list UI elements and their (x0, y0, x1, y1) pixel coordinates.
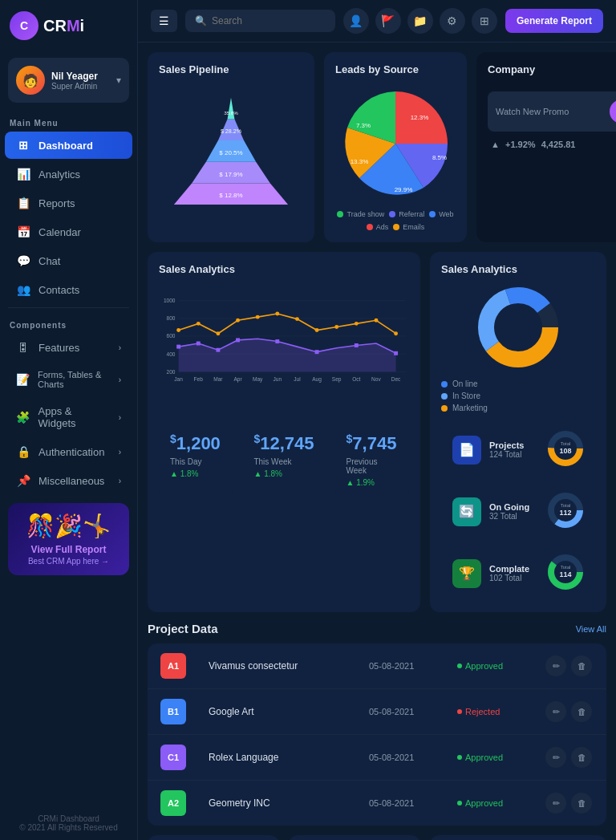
pipeline-layer-1 (228, 98, 235, 120)
sidebar-item-calendar[interactable]: 📅 Calendar (5, 218, 132, 246)
analytics-legend: On line In Store Marketing (441, 379, 595, 412)
complete-donut: Total 114 (547, 554, 584, 593)
forms-icon: 📝 (16, 373, 30, 386)
table-row: C1 Rolex Language 05-08-2021 Approved ✏ … (148, 735, 606, 781)
menu-button[interactable]: ☰ (151, 10, 177, 32)
pie-label-3: 29.9% (395, 186, 413, 193)
grid-icon[interactable]: ⊞ (472, 8, 497, 34)
analytics-row: Sales Analytics 1000 800 600 400 (148, 252, 606, 612)
chat-icon: 💬 (16, 254, 30, 267)
project-status-1: Approved (457, 661, 537, 671)
chart-square-dot (275, 339, 279, 343)
sidebar-item-features[interactable]: 🎛 Features › (5, 334, 132, 361)
dashboard-icon: ⊞ (16, 139, 30, 152)
tradeshow-dot (337, 211, 343, 217)
sales-analytics-card: Sales Analytics 1000 800 600 400 (148, 252, 420, 612)
stat-amount-3: $7,745 (346, 432, 398, 454)
search-input[interactable] (212, 15, 326, 26)
complete-donut-svg: Total 114 (547, 554, 584, 590)
delete-button[interactable]: 🗑 (571, 747, 592, 768)
sidebar-item-label: Features (38, 342, 79, 354)
chevron-right-icon: › (119, 375, 121, 384)
sidebar-banner[interactable]: 🎊🎉🤸 View Full Report Best CRM App here → (8, 503, 129, 575)
project-date-4: 05-08-2021 (369, 798, 449, 808)
mini-stats-container: 📄 Projects 124 Total Total 108 (441, 422, 595, 601)
y-label: 200 (167, 369, 176, 375)
sidebar-item-auth[interactable]: 🔒 Authentication › (5, 438, 132, 465)
chart-square-dot (394, 351, 398, 355)
right-analytics-card: Sales Analytics On line (430, 252, 606, 612)
sidebar-item-label: Authentication (38, 446, 104, 458)
footer-brand: CRMi Dashboard (8, 814, 129, 823)
components-label: Components (0, 311, 137, 333)
user-role: Super Admin (51, 82, 98, 91)
x-label: Sep (332, 376, 342, 383)
sidebar-footer: CRMi Dashboard © 2021 All Rights Reserve… (0, 806, 137, 840)
legend-instore: In Store (441, 392, 595, 400)
generate-report-button[interactable]: Generate Report (505, 9, 603, 33)
banner-image: 🎊🎉🤸 (18, 513, 120, 539)
stat-thisday: $1,200 This Day ▲ 1.8% (159, 421, 233, 498)
sidebar-item-reports[interactable]: 📋 Reports (5, 189, 132, 217)
gear-icon[interactable]: ⚙ (440, 8, 465, 34)
delete-button[interactable]: 🗑 (571, 701, 592, 722)
sales-pipeline-card: Sales Pipeline $ 12.8% $ 17.9% $ 20.5% $… (148, 52, 314, 242)
chart-dot (374, 319, 378, 323)
view-all-button[interactable]: View All (576, 624, 606, 634)
project-name-4: Geometry INC (209, 797, 361, 809)
chevron-right-icon: › (119, 477, 121, 485)
sidebar-item-apps[interactable]: 🧩 Apps & Widgets › (5, 398, 132, 436)
projects-donut-svg: Total 108 (547, 430, 584, 467)
chart-square-dot (197, 342, 201, 346)
user-card[interactable]: 🧑 Nil Yeager Super Admin ▾ (8, 58, 129, 103)
edit-button[interactable]: ✏ (545, 793, 566, 814)
sidebar-item-label: Contacts (38, 284, 79, 296)
chevron-right-icon: › (119, 448, 121, 457)
user-icon[interactable]: 👤 (343, 8, 369, 34)
banner-subtitle: Best CRM App here → (18, 557, 120, 566)
user-name: Nil Yeager (51, 71, 98, 82)
status-dot-icon (457, 801, 462, 806)
project-badge-a1: A1 (160, 653, 186, 679)
edit-button[interactable]: ✏ (545, 701, 566, 722)
sidebar-item-label: Forms, Tables & Charts (38, 370, 111, 389)
delete-button[interactable]: 🗑 (571, 655, 592, 676)
sidebar-item-contacts[interactable]: 👥 Contacts (5, 276, 132, 303)
edit-button[interactable]: ✏ (545, 747, 566, 768)
chevron-right-icon: › (119, 413, 121, 422)
company-header: Company ✕ — (488, 63, 616, 83)
online-dot (441, 381, 448, 388)
stat-prevweek: $7,745 Previous Week ▲ 1.9% (335, 421, 409, 498)
play-button[interactable]: ▶ (610, 99, 616, 124)
pipeline-label-3: $ 20.5% (219, 149, 242, 156)
flag-icon[interactable]: 🚩 (375, 8, 401, 34)
edit-button[interactable]: ✏ (545, 655, 566, 676)
complete-sublabel: 102 Total (489, 574, 529, 582)
project-status-3: Approved (457, 753, 537, 762)
ongoing-sublabel: 32 Total (489, 512, 529, 521)
chart-dot (315, 328, 319, 332)
project-badge-b1: B1 (160, 699, 186, 724)
sidebar-item-forms[interactable]: 📝 Forms, Tables & Charts › (5, 363, 132, 396)
sidebar-item-misc[interactable]: 📌 Miscellaneous › (5, 467, 132, 494)
analytics-title: Sales Analytics (159, 263, 409, 275)
project-header: Project Data View All (148, 622, 606, 635)
pie-svg: 12.3% 8.5% 29.9% 13.3% 7.3% (335, 83, 456, 204)
project-table: A1 Vivamus consectetur 05-08-2021 Approv… (148, 643, 606, 826)
delete-button[interactable]: 🗑 (571, 793, 592, 814)
sidebar-item-analytics[interactable]: 📊 Analytics (5, 160, 132, 188)
legend-marketing: Marketing (441, 404, 595, 412)
y-label: 1000 (164, 298, 176, 303)
stat-arrow-icon: ▲ (491, 140, 500, 149)
sidebar-item-chat[interactable]: 💬 Chat (5, 247, 132, 274)
folder-icon[interactable]: 📁 (407, 8, 433, 34)
sidebar-item-label: Chat (38, 255, 60, 267)
sidebar-item-dashboard[interactable]: ⊞ Dashboard (5, 132, 132, 159)
daily-orders-card: Daily Orders Aug '21 (430, 835, 606, 840)
company-promo: Watch New Promo ▶ (488, 91, 616, 132)
stat-change-3: ▲ 1.9% (346, 478, 398, 487)
chart-dot (216, 331, 220, 335)
x-label: Jul (294, 376, 301, 382)
referral-dot (389, 211, 395, 217)
table-row: A2 Geometry INC 05-08-2021 Approved ✏ 🗑 (148, 781, 606, 826)
